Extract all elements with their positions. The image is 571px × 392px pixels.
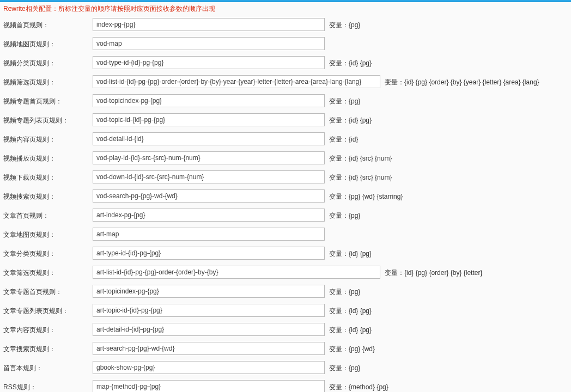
rule-input[interactable] [93, 151, 325, 164]
field-label: 文章筛选页规则： [3, 266, 93, 278]
form-row: 留言本规则：变量：{pg} [0, 358, 571, 377]
variable-hint: 变量：{id} {pg} {order} {by} {letter} [385, 266, 482, 278]
form-row: 视频搜索页规则：变量：{pg} {wd} {starring} [0, 186, 571, 205]
rule-input[interactable] [93, 132, 325, 145]
rule-input[interactable] [93, 228, 325, 241]
form-row: 视频内容页规则：变量：{id} [0, 129, 571, 148]
field-label: 视频分类页规则： [3, 57, 93, 68]
rule-input[interactable] [93, 170, 325, 183]
form-row: 视频播放页规则：变量：{id} {src} {num} [0, 148, 571, 167]
variable-hint: 变量：{id} [329, 133, 358, 144]
field-label: 留言本规则： [3, 362, 93, 373]
rule-input[interactable] [93, 285, 325, 298]
form-row: 文章专题首页规则：变量：{pg} [0, 281, 571, 301]
rule-input[interactable] [93, 247, 325, 260]
form-row: 视频专题首页规则：变量：{pg} [0, 91, 571, 110]
field-label: 视频地图页规则： [3, 38, 93, 49]
field-label: 视频专题首页规则： [3, 95, 93, 106]
variable-hint: 变量：{id} {pg} {order} {by} {year} {letter… [385, 76, 539, 87]
rule-input[interactable] [93, 75, 380, 88]
field-label: RSS规则： [3, 381, 93, 392]
rule-input[interactable] [93, 18, 325, 31]
rule-input[interactable] [93, 113, 325, 126]
form-row: 文章专题列表页规则：变量：{id} {pg} [0, 301, 571, 320]
variable-hint: 变量：{id} {src} {num} [329, 171, 392, 182]
form-row: 视频地图页规则： [0, 34, 571, 53]
rule-input[interactable] [93, 342, 325, 355]
field-label: 文章专题首页规则： [3, 285, 93, 297]
field-label: 文章地图页规则： [3, 228, 93, 240]
form-row: 文章筛选页规则：变量：{id} {pg} {order} {by} {lette… [0, 262, 571, 281]
variable-hint: 变量：{pg} [329, 209, 360, 220]
field-label: 文章分类页规则： [3, 247, 93, 259]
form-row: 视频专题列表页规则：变量：{id} {pg} [0, 110, 571, 129]
form-row: 文章分类页规则：变量：{id} {pg} [0, 243, 571, 262]
variable-hint: 变量：{pg} [329, 95, 360, 106]
rule-input[interactable] [93, 37, 325, 50]
form-row: 视频分类页规则：变量：{id} {pg} [0, 53, 571, 72]
variable-hint: 变量：{id} {pg} [329, 323, 372, 335]
field-label: 文章首页规则： [3, 209, 93, 220]
variable-hint: 变量：{pg} {wd} {starring} [329, 190, 403, 201]
form-row: 文章地图页规则： [0, 224, 571, 243]
field-label: 视频内容页规则： [3, 133, 93, 144]
form-row: 视频筛选页规则：变量：{id} {pg} {order} {by} {year}… [0, 72, 571, 91]
variable-hint: 变量：{id} {pg} [329, 304, 372, 316]
field-label: 视频筛选页规则： [3, 76, 93, 87]
variable-hint: 变量：{id} {pg} [329, 247, 372, 259]
rule-input[interactable] [93, 361, 325, 374]
form-area: 视频首页规则：变量：{pg}视频地图页规则：视频分类页规则：变量：{id} {p… [0, 15, 571, 392]
variable-hint: 变量：{pg} [329, 19, 360, 30]
field-label: 文章专题列表页规则： [3, 304, 93, 316]
rule-input[interactable] [93, 94, 325, 107]
rule-input[interactable] [93, 304, 325, 317]
rule-input[interactable] [93, 323, 325, 336]
rule-input[interactable] [93, 56, 325, 69]
field-label: 文章内容页规则： [3, 323, 93, 335]
form-row: 文章搜索页规则：变量：{pg} {wd} [0, 339, 571, 358]
form-row: 文章内容页规则：变量：{id} {pg} [0, 320, 571, 339]
section-title: Rewrite相关配置：所标注变量的顺序请按照对应页面接收参数的顺序出现 [0, 2, 571, 15]
rule-input[interactable] [93, 266, 380, 279]
form-row: 文章首页规则：变量：{pg} [0, 205, 571, 224]
form-row: 视频下载页规则：变量：{id} {src} {num} [0, 167, 571, 186]
variable-hint: 变量：{pg} [329, 362, 360, 373]
variable-hint: 变量：{pg} {wd} [329, 342, 375, 354]
rule-input[interactable] [93, 189, 325, 203]
field-label: 视频专题列表页规则： [3, 114, 93, 125]
rule-input[interactable] [93, 380, 325, 393]
field-label: 视频首页规则： [3, 19, 93, 30]
variable-hint: 变量：{pg} [329, 285, 360, 297]
form-row: 视频首页规则：变量：{pg} [0, 15, 571, 34]
form-row: RSS规则：变量：{method} {pg} [0, 377, 571, 392]
variable-hint: 变量：{id} {pg} [329, 57, 372, 68]
variable-hint: 变量：{method} {pg} [329, 381, 388, 392]
field-label: 文章搜索页规则： [3, 342, 93, 354]
variable-hint: 变量：{id} {pg} [329, 114, 372, 125]
field-label: 视频播放页规则： [3, 152, 93, 163]
variable-hint: 变量：{id} {src} {num} [329, 152, 392, 163]
field-label: 视频下载页规则： [3, 171, 93, 182]
rule-input[interactable] [93, 209, 325, 222]
field-label: 视频搜索页规则： [3, 190, 93, 201]
